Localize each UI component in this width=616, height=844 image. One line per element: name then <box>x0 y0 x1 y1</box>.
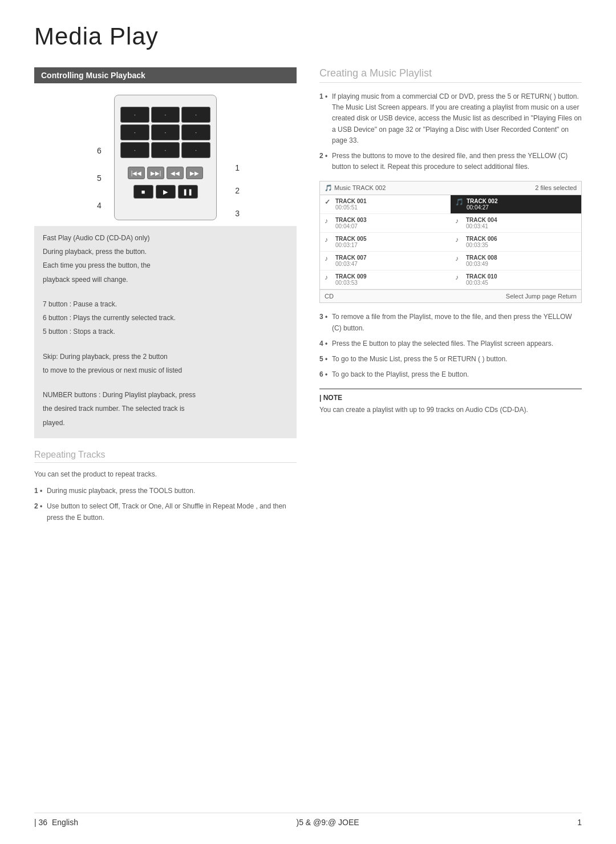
remote-stop-btn: ■ <box>133 185 153 199</box>
playlist-step-1: 1 • If playing music from a commercial C… <box>319 91 582 146</box>
track-name-004: TRACK 004 <box>466 217 497 223</box>
playback-description: Fast Play (Audio CD (CD-DA) only) During… <box>34 226 297 438</box>
right-column: Creating a Music Playlist 1 • If playing… <box>319 67 582 528</box>
track-time-004: 00:03:41 <box>466 223 497 229</box>
remote-btn-3: · <box>181 107 210 123</box>
page-number: | 36 <box>34 818 47 827</box>
remote-btn-5: · <box>151 124 180 140</box>
track-002: 🎵 TRACK 002 00:04:27 <box>451 195 581 214</box>
step1-text: If playing music from a commercial CD or… <box>332 91 582 146</box>
note-block: | NOTE You can create a playlist with up… <box>319 389 582 415</box>
step3-text: To remove a file from the Playlist, move… <box>332 312 582 333</box>
label-6: 6 <box>97 146 102 155</box>
label-5: 5 <box>97 173 102 183</box>
track-time-002: 00:04:27 <box>467 204 497 211</box>
right-remote-labels: 1 2 3 <box>235 163 240 218</box>
playlist-steps-1-2: 1 • If playing music from a commercial C… <box>319 91 582 172</box>
footer-page-right: 1 <box>577 818 582 827</box>
step3-num: 3 • <box>319 312 329 333</box>
music-footer-right: Select Jump page Return <box>506 293 577 300</box>
repeat-item-1: 1 • During music playback, press the TOO… <box>34 486 297 496</box>
label-4: 4 <box>97 201 102 210</box>
repeat-item-2: 2 • Use button to select Off, Track or O… <box>34 501 297 523</box>
desc-line11: the desired track number. The selected t… <box>43 403 288 414</box>
track-name-002: TRACK 002 <box>467 198 497 204</box>
music-screen-files-selected: 2 files selected <box>535 184 577 192</box>
desc-line7: 5 button : Stops a track. <box>43 326 288 337</box>
repeating-tracks-list: 1 • During music playback, press the TOO… <box>34 486 297 523</box>
track-icon-003: ♪ <box>325 217 333 225</box>
music-footer-left: CD <box>325 293 334 300</box>
track-time-008: 00:03:49 <box>466 261 497 267</box>
note-text: You can create a playlist with up to 99 … <box>319 405 582 415</box>
remote-btn-1: · <box>120 107 149 123</box>
left-remote-labels: 6 5 4 <box>97 146 102 210</box>
track-icon-004: ♪ <box>455 217 463 225</box>
track-003: ♪ TRACK 003 00:04:07 <box>320 214 451 233</box>
music-track-grid: ✓ TRACK 001 00:05:51 🎵 TRACK 002 00:04:2… <box>320 195 581 289</box>
label-2: 2 <box>235 186 240 195</box>
music-screen-title: 🎵 Music TRACK 002 <box>325 184 386 192</box>
remote-nav-prev: ◀◀ <box>167 167 184 179</box>
track-name-006: TRACK 006 <box>466 236 497 242</box>
music-screen-header-left: Music TRACK 002 <box>334 184 386 191</box>
music-screen-mockup: 🎵 Music TRACK 002 2 files selected ✓ TRA… <box>319 181 582 303</box>
step5-text: To go to the Music List, press the 5 or … <box>332 354 507 365</box>
remote-play-btn: ▶ <box>156 185 176 199</box>
track-001: ✓ TRACK 001 00:05:51 <box>320 195 451 214</box>
track-time-009: 00:03:53 <box>335 280 366 286</box>
page-title: Media Play <box>34 23 582 50</box>
label-3: 3 <box>235 209 240 218</box>
remote-btn-8: · <box>151 142 180 158</box>
music-screen-header: 🎵 Music TRACK 002 2 files selected <box>320 181 581 195</box>
step4-text: Press the E button to play the selected … <box>332 338 553 349</box>
repeating-tracks-section: Repeating Tracks You can set the product… <box>34 450 297 523</box>
repeating-tracks-body: You can set the product to repeat tracks… <box>34 469 297 480</box>
track-time-005: 00:03:17 <box>335 242 366 248</box>
remote-control: · · · · · · · · · |◀◀ <box>114 95 217 220</box>
repeating-tracks-title: Repeating Tracks <box>34 450 297 463</box>
step6-text: To go back to the Playlist, press the E … <box>332 369 469 380</box>
remote-nav-row: |◀◀ ▶▶| ◀◀ ▶▶ <box>115 164 216 182</box>
track-icon-008: ♪ <box>455 255 463 263</box>
playlist-step-2: 2 • Press the buttons to move to the des… <box>319 151 582 172</box>
desc-line1: Fast Play (Audio CD (CD-DA) only) <box>43 233 288 244</box>
track-name-003: TRACK 003 <box>335 217 366 223</box>
remote-nav-next: ▶▶ <box>186 167 203 179</box>
track-name-001: TRACK 001 <box>335 198 366 204</box>
remote-pause-btn: ❚❚ <box>178 185 198 199</box>
track-icon-006: ♪ <box>455 236 463 244</box>
playlist-step-6: 6 • To go back to the Playlist, press th… <box>319 369 582 380</box>
desc-line6: 6 button : Plays the currently selected … <box>43 313 288 324</box>
track-time-003: 00:04:07 <box>335 223 366 229</box>
desc-line3: Each time you press the button, the <box>43 260 288 271</box>
left-column: Controlling Music Playback 6 5 4 · <box>34 67 297 528</box>
track-004: ♪ TRACK 004 00:03:41 <box>451 214 581 233</box>
remote-play-row: ■ ▶ ❚❚ <box>115 182 216 201</box>
remote-nav-next-next: ▶▶| <box>147 167 164 179</box>
footer-page-info: | 36 English <box>34 818 78 827</box>
music-icon: 🎵 <box>325 184 333 191</box>
desc-line10: NUMBER buttons : During Playlist playbac… <box>43 390 288 401</box>
step1-num: 1 • <box>319 91 329 146</box>
track-time-010: 00:03:45 <box>466 280 497 286</box>
step4-num: 4 • <box>319 338 329 349</box>
track-name-008: TRACK 008 <box>466 255 497 261</box>
desc-line8: Skip: During playback, press the 2 butto… <box>43 352 288 362</box>
track-time-006: 00:03:35 <box>466 242 497 248</box>
track-icon-009: ♪ <box>325 273 333 281</box>
page-footer: | 36 English )5 & @9:@ JOEE 1 <box>34 813 582 827</box>
remote-btn-6: · <box>181 124 210 140</box>
repeat-text-2: Use button to select Off, Track or One, … <box>47 501 297 523</box>
playlist-step-3: 3 • To remove a file from the Playlist, … <box>319 312 582 333</box>
track-006: ♪ TRACK 006 00:03:35 <box>451 233 581 252</box>
track-name-007: TRACK 007 <box>335 255 366 261</box>
track-icon-010: ♪ <box>455 273 463 281</box>
track-name-010: TRACK 010 <box>466 273 497 280</box>
footer-code: )5 & @9:@ JOEE <box>297 818 359 827</box>
track-icon-005: ♪ <box>325 236 333 244</box>
step5-num: 5 • <box>319 354 329 365</box>
repeat-num-2: 2 • <box>34 501 43 523</box>
track-010: ♪ TRACK 010 00:03:45 <box>451 270 581 289</box>
label-1: 1 <box>235 163 240 172</box>
